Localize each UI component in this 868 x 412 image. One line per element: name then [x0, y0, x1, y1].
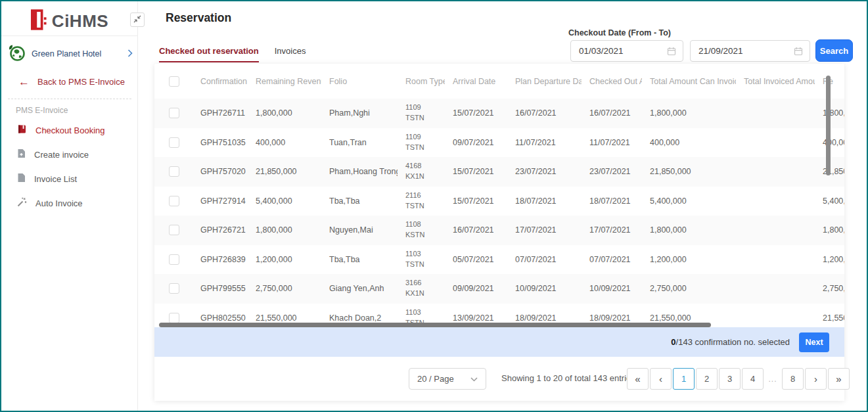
checkout-date-from-field — [570, 40, 683, 62]
page-button-3[interactable]: 3 — [719, 368, 741, 390]
menu-item-label: Checkout Booking — [35, 126, 105, 135]
page-size-value: 20 / Page — [417, 374, 454, 384]
last-page-button[interactable]: » — [828, 368, 850, 390]
page-button-4[interactable]: 4 — [742, 368, 764, 390]
first-page-button[interactable]: « — [627, 368, 649, 390]
pagination-summary: Showing 1 to 20 of total 143 entries — [501, 373, 635, 383]
checkout-date-from-input[interactable] — [571, 41, 683, 61]
sidebar-item-checkout-booking[interactable]: Checkout Booking — [1, 120, 138, 141]
table-row: GPH726721 1,800,000 Nguyen,Mai 1108KSTN … — [154, 216, 844, 245]
page-button-2[interactable]: 2 — [696, 368, 718, 390]
menu-item-label: Auto Invoice — [35, 198, 83, 208]
search-button[interactable]: Search — [815, 39, 853, 62]
room-number: 1108 — [405, 219, 445, 230]
cell-total-amount-can-invoice: 1,800,000 — [642, 99, 736, 128]
selected-count: 0 — [671, 337, 675, 347]
cell-total-amount-can-invoice: 2,750,000 — [642, 274, 736, 304]
cell-room-type: 4168KX1N — [398, 157, 445, 187]
door-logo-icon — [31, 9, 47, 33]
hotel-selector[interactable]: Green Planet Hotel — [8, 41, 133, 67]
row-select-cell — [154, 274, 193, 304]
sidebar-item-invoice-list[interactable]: Invoice List — [1, 168, 138, 190]
pagination-row: 20 / Page Showing 1 to 20 of total 143 e… — [154, 357, 844, 401]
prev-page-button[interactable]: ‹ — [650, 368, 672, 390]
room-number: 1103 — [405, 249, 445, 260]
globe-leaf-icon — [8, 44, 26, 64]
checkout-date-to-input[interactable] — [691, 41, 810, 61]
cell-arrival-date: 15/07/2021 — [445, 99, 507, 128]
logo-text: CiHMS — [52, 11, 108, 32]
arrow-left-icon: ← — [18, 76, 30, 87]
cell-total-invoiced-amount — [736, 245, 815, 275]
page-size-select[interactable]: 20 / Page — [409, 368, 486, 390]
back-to-pms-link[interactable]: ← Back to PMS E-Invoice — [18, 76, 125, 87]
book-icon — [17, 124, 27, 137]
file-plus-icon — [17, 149, 26, 161]
row-select-cell — [154, 128, 193, 158]
room-number: 1109 — [405, 132, 445, 143]
row-checkbox[interactable] — [169, 196, 179, 206]
room-type-code: KX1N — [405, 288, 445, 299]
cell-confirmation: GPH726721 — [193, 216, 248, 245]
reservation-table-card: Confirmation Remaining Revenue Folio Roo… — [154, 64, 844, 401]
page-button-8[interactable]: 8 — [782, 368, 804, 390]
checkout-date-to-field — [690, 40, 810, 62]
room-number: 3166 — [405, 278, 445, 288]
room-type-code: KSTN — [405, 230, 445, 240]
tab-invoices[interactable]: Invoices — [275, 46, 306, 62]
next-button[interactable]: Next — [799, 332, 829, 352]
cell-checked-out-at: 17/07/2021 — [582, 216, 642, 245]
page-button-1[interactable]: 1 — [673, 368, 695, 390]
table-header-row: Confirmation Remaining Revenue Folio Roo… — [154, 64, 844, 99]
row-checkbox[interactable] — [169, 137, 179, 148]
cell-total-invoiced-amount — [736, 304, 815, 328]
select-all-checkbox[interactable] — [169, 76, 179, 87]
cell-folio: Pham,Nghi — [321, 99, 398, 128]
room-number: 2116 — [405, 191, 445, 201]
row-select-cell — [154, 187, 193, 216]
calendar-icon[interactable] — [667, 47, 676, 58]
selection-bar: 0/143 confirmation no. selected Next — [154, 327, 844, 357]
cell-arrival-date: 15/07/2021 — [445, 187, 507, 216]
back-link-label: Back to PMS E-Invoice — [37, 77, 125, 87]
pagination-buttons: « ‹ 1 2 3 4 ... 8 › » — [627, 368, 850, 390]
row-checkbox[interactable] — [169, 166, 179, 177]
row-checkbox[interactable] — [169, 225, 179, 235]
cell-total-amount-can-invoice: 21,850,000 — [642, 157, 736, 187]
table-row: GPH799555 2,750,000 Giang Yen,Anh 3166KX… — [154, 274, 844, 304]
calendar-icon[interactable] — [794, 47, 803, 58]
cell-folio: Tba,Tba — [321, 187, 398, 216]
table-row: GPH751035 400,000 Tuan,Tran 1109TSTN 09/… — [154, 128, 844, 158]
cell-confirmation: GPH757020 — [193, 157, 248, 187]
menu-item-label: Create invoice — [34, 150, 89, 160]
sidebar-item-create-invoice[interactable]: Create invoice — [1, 144, 138, 166]
sidebar-item-auto-invoice[interactable]: Auto Invoice — [1, 193, 138, 214]
table-row: GPH726711 1,800,000 Pham,Nghi 1109TSTN 1… — [154, 99, 844, 128]
col-room-type: Room Type — [398, 64, 445, 99]
cell-remaining-revenue: 1,800,000 — [248, 216, 321, 245]
col-arrival-date: Arrival Date — [445, 64, 507, 99]
cell-remaining-revenue: 2,750,000 — [248, 274, 321, 304]
cell-total-invoiced-amount — [736, 99, 815, 128]
row-checkbox[interactable] — [169, 254, 179, 265]
row-select-cell — [154, 157, 193, 187]
cell-plan-departure-date: 18/07/2021 — [507, 187, 582, 216]
cell-checked-out-at: 23/07/2021 — [582, 157, 642, 187]
row-checkbox[interactable] — [169, 108, 179, 118]
horizontal-scrollbar-thumb[interactable] — [159, 323, 711, 327]
room-type-code: KX1N — [405, 172, 445, 182]
table-row: GPH727914 5,400,000 Tba,Tba 2116TSTN 15/… — [154, 187, 844, 216]
room-type-code: TSTN — [405, 143, 445, 153]
tab-checked-out-reservation[interactable]: Checked out reservation — [159, 46, 259, 62]
cell-room-type: 3166KX1N — [398, 274, 445, 304]
vertical-scrollbar-thumb[interactable] — [826, 76, 831, 175]
cell-confirmation: GPH726839 — [193, 245, 248, 275]
ellipsis-pages-button[interactable]: ... — [765, 368, 781, 390]
row-checkbox[interactable] — [169, 283, 179, 294]
sidebar-collapse-button[interactable] — [130, 12, 145, 27]
cell-remaining: 1,200,000 — [815, 245, 844, 275]
row-checkbox[interactable] — [169, 313, 179, 323]
next-page-button[interactable]: › — [805, 368, 827, 390]
cell-arrival-date: 09/07/2021 — [445, 128, 507, 158]
cell-checked-out-at: 18/07/2021 — [582, 187, 642, 216]
